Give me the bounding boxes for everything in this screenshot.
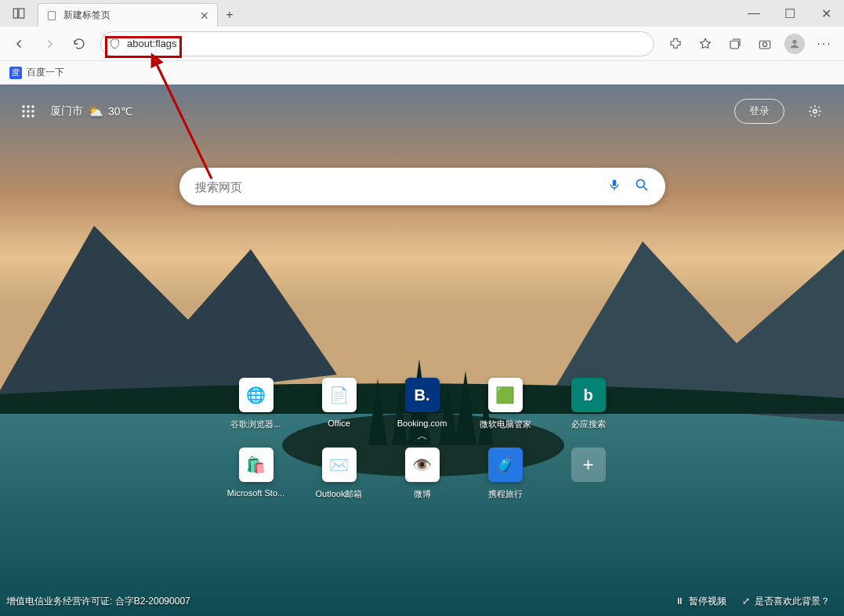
svg-rect-1 (19, 9, 24, 18)
svg-point-12 (31, 105, 34, 107)
new-tab-button[interactable]: + (218, 3, 241, 27)
tile-icon: ✉️ (322, 448, 357, 482)
svg-point-10 (22, 105, 24, 107)
tile-label: 携程旅行 (488, 488, 523, 500)
tile-icon: B. (405, 378, 440, 412)
expand-icon: ⤢ (742, 596, 750, 607)
quick-link-tile[interactable]: 🧳携程旅行 (464, 448, 547, 500)
back-button[interactable] (6, 31, 33, 57)
tile-icon: 👁️ (405, 448, 440, 482)
gear-icon (808, 104, 822, 118)
pause-icon: ⏸ (675, 596, 684, 607)
weather-temp: 30℃ (108, 105, 133, 118)
back-icon (13, 37, 27, 51)
toolbar-right: ··· (662, 31, 838, 57)
search-button[interactable] (634, 177, 650, 197)
svg-point-16 (22, 114, 24, 117)
background-feedback-button[interactable]: ⤢ 是否喜欢此背景？ (734, 595, 838, 608)
profile-button[interactable] (781, 31, 808, 57)
tile-label: 微软电脑管家 (480, 419, 531, 430)
footer-license: 增值电信业务经营许可证: 合字B2-20090007 (6, 595, 190, 608)
favorites-button[interactable] (692, 31, 719, 57)
tile-label: Outlook邮箱 (316, 488, 363, 500)
svg-point-17 (27, 114, 29, 117)
forward-button[interactable] (36, 31, 63, 57)
svg-rect-2 (48, 11, 55, 20)
add-quick-link-button[interactable]: + (547, 448, 630, 500)
menu-icon: ··· (817, 37, 831, 51)
bookmark-baidu[interactable]: 百度一下 (27, 66, 64, 79)
menu-button[interactable]: ··· (811, 31, 838, 57)
app-launcher-button[interactable] (17, 100, 39, 122)
extensions-button[interactable] (662, 31, 689, 57)
ntp-footer: 增值电信业务经营许可证: 合字B2-20090007 ⏸ 暂停视频 ⤢ 是否喜欢… (0, 586, 844, 616)
svg-point-19 (813, 110, 817, 114)
svg-rect-0 (13, 9, 17, 18)
tab-page-icon (46, 10, 57, 21)
weather-icon: ⛅ (88, 104, 103, 119)
quick-link-tile[interactable]: ✉️Outlook邮箱 (298, 448, 381, 500)
pause-video-button[interactable]: ⏸ 暂停视频 (667, 595, 734, 608)
tile-icon: 🟩 (488, 378, 523, 412)
title-bar: 新建标签页 ✕ + — ☐ ✕ (0, 0, 844, 27)
svg-point-6 (792, 39, 796, 43)
quick-link-tile[interactable]: 🛍️Microsoft Sto... (215, 448, 298, 500)
svg-point-5 (762, 42, 766, 46)
quick-link-tile[interactable]: b必应搜索 (547, 378, 630, 430)
close-window-button[interactable]: ✕ (808, 0, 844, 27)
reload-button[interactable] (66, 31, 92, 57)
close-icon: ✕ (821, 6, 831, 21)
svg-point-13 (22, 110, 24, 112)
collections-button[interactable] (722, 31, 748, 57)
quick-link-tile[interactable]: 👁️微博 (381, 448, 464, 500)
tile-label: 谷歌浏览器... (230, 419, 281, 430)
site-identity-icon[interactable] (109, 38, 121, 49)
forward-icon (42, 37, 56, 51)
plus-icon: + (571, 448, 606, 482)
ntp-overlay: 厦门市 ⛅ 30℃ 登录 ︿ 🌐谷歌浏览器...📄OfficeB.Booking… (0, 85, 844, 616)
tile-label: 微博 (414, 488, 431, 500)
mic-icon (607, 178, 621, 192)
tile-icon: 🌐 (239, 378, 273, 412)
quick-link-tile[interactable]: 🟩微软电脑管家 (464, 378, 547, 430)
weather-widget[interactable]: 厦门市 ⛅ 30℃ (50, 104, 133, 119)
plus-icon: + (226, 8, 233, 22)
tile-icon: 📄 (322, 378, 357, 412)
login-button[interactable]: 登录 (734, 99, 784, 124)
tab-actions-button[interactable] (0, 0, 38, 27)
minimize-icon: — (748, 6, 760, 20)
tile-label: Office (328, 419, 350, 428)
svg-point-21 (636, 179, 644, 187)
svg-point-15 (31, 110, 34, 112)
tab-close-button[interactable]: ✕ (200, 9, 209, 22)
new-tab-page: 厦门市 ⛅ 30℃ 登录 ︿ 🌐谷歌浏览器...📄OfficeB.Booking… (0, 85, 844, 616)
minimize-button[interactable]: — (736, 0, 772, 27)
search-input[interactable] (195, 180, 607, 194)
collections-icon (728, 37, 742, 51)
voice-search-button[interactable] (607, 178, 621, 196)
ntp-settings-button[interactable] (803, 100, 827, 123)
bookmark-baidu-icon: 度 (9, 67, 22, 79)
tile-label: Booking.com (397, 419, 447, 428)
address-input[interactable] (127, 38, 646, 49)
maximize-button[interactable]: ☐ (772, 0, 808, 27)
camera-icon (758, 37, 772, 51)
quick-link-tile[interactable]: 🌐谷歌浏览器... (215, 378, 298, 430)
search-icon (634, 177, 650, 193)
puzzle-icon (668, 37, 683, 51)
tab-grid-icon (12, 6, 26, 20)
tile-label: Microsoft Sto... (227, 488, 284, 498)
tab-title: 新建标签页 (63, 9, 110, 22)
search-box[interactable] (179, 168, 665, 205)
quick-link-tile[interactable]: 📄Office (298, 378, 381, 430)
tab-active[interactable]: 新建标签页 ✕ (38, 3, 218, 27)
window-controls: — ☐ ✕ (736, 0, 844, 27)
address-bar[interactable] (100, 31, 654, 56)
screenshot-button[interactable] (752, 31, 778, 57)
quick-link-tile[interactable]: B.Booking.com (381, 378, 464, 430)
expand-chevron[interactable]: ︿ (417, 429, 428, 444)
svg-rect-3 (730, 41, 739, 49)
ntp-top-row: 厦门市 ⛅ 30℃ 登录 (0, 85, 844, 138)
tile-icon: 🛍️ (239, 448, 273, 482)
tile-icon: 🧳 (488, 448, 523, 482)
